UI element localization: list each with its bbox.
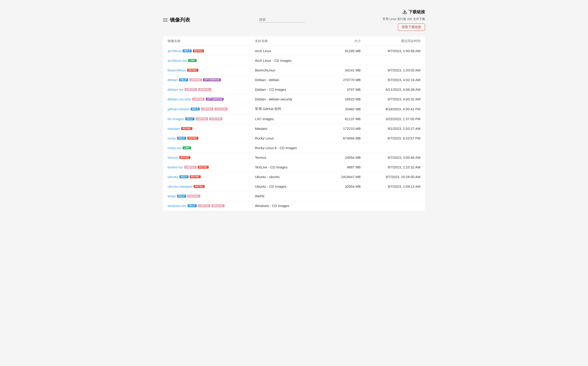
mirror-name-cell: windows-isoHELPLIMITEDMANUAL	[168, 204, 255, 208]
friendly-name: LXC images	[255, 117, 324, 121]
mirror-name-cell: debian-isoLIMITEDMANUAL	[168, 88, 255, 92]
mirror-link[interactable]: ubuntu	[168, 175, 178, 179]
table-row: archlinux-isoLINKArch Linux - CD Images	[163, 56, 425, 66]
time-value: 9/7/2023, 4:00:32 AM	[361, 97, 420, 101]
mirror-link[interactable]: termux	[168, 156, 178, 160]
badge-rsync: RSYNC	[193, 185, 205, 188]
table-row: ubuntu-releasesRSYNCUbuntu - CD Images32…	[163, 182, 425, 191]
time-value: 9/7/2023, 10:28:00 AM	[361, 175, 420, 179]
time-value: 9/7/2023, 1:00:58 AM	[361, 49, 420, 53]
mirror-name-cell: lxc-imagesHELPLIMITEDCUSTOM	[168, 117, 255, 121]
badge-help: HELP	[179, 78, 188, 81]
badge-manual: MANUAL	[211, 204, 224, 207]
mirror-link[interactable]: rocky-iso	[168, 146, 181, 150]
badge-limited: LIMITED	[184, 166, 197, 169]
download-desc: 常用 Linux 发行版 ISO 文件下载	[382, 17, 425, 21]
friendly-name: Ubuntu - CD Images	[255, 184, 324, 188]
mirror-link[interactable]: debian-iso	[168, 88, 183, 92]
size-value: 2418447 MB	[324, 175, 361, 179]
mirror-link[interactable]: wepe	[168, 194, 176, 198]
menu-icon[interactable]	[163, 18, 168, 22]
mirror-name-cell: github-releaseHELPLIMITEDCUSTOM	[168, 107, 255, 111]
page-title: 镜像列表	[170, 16, 190, 23]
badge-rsync: RSYNC	[179, 156, 191, 159]
size-value: 91185 MB	[324, 49, 361, 53]
friendly-name: Debian - CD Images	[255, 88, 324, 92]
search-input[interactable]	[259, 18, 296, 21]
size-value: 270770 MB	[324, 78, 361, 82]
table-header: 镜像名称 友好名称 大小 最近同步时间	[163, 36, 425, 46]
size-value: 81137 MB	[324, 117, 361, 121]
friendly-name: TeXLive - CD Images	[255, 165, 324, 169]
size-value: 32054 MB	[324, 184, 361, 188]
badge-rsync: RSYNC	[190, 175, 201, 178]
get-link-button[interactable]: 获取下载链接	[398, 23, 425, 31]
mirror-link[interactable]: archlinux	[168, 49, 181, 53]
mirror-link[interactable]: bioarchlinux	[168, 68, 186, 72]
friendly-name: BioArchLinux	[255, 68, 324, 72]
mirror-name-cell: bioarchlinuxRSYNC	[168, 68, 255, 72]
col-time: 最近同步时间	[361, 39, 420, 43]
mirror-name-cell: debian-securityLIMITEDAPT-MIRROR	[168, 97, 255, 101]
mirror-name-cell: manjaroRSYNC	[168, 127, 255, 130]
badge-help: HELP	[179, 175, 188, 178]
badge-manual: MANUAL	[187, 195, 201, 198]
size-value: 4887 MB	[324, 165, 361, 169]
table-row: texlive-isoLIMITEDRSYNCTeXLive - CD Imag…	[163, 162, 425, 172]
mirror-link[interactable]: rocky	[168, 136, 176, 140]
mirror-link[interactable]: lxc-images	[168, 117, 184, 121]
friendly-name: Debian - debian-security	[255, 97, 324, 101]
mirror-link[interactable]: manjaro	[168, 127, 180, 130]
badge-apt-mirror: APT-MIRROR	[206, 98, 224, 101]
mirror-link[interactable]: github-release	[168, 107, 189, 111]
download-icon	[402, 10, 407, 14]
size-value: 16523 MB	[324, 97, 361, 101]
time-value: 9/7/2023, 3:00:48 AM	[361, 156, 420, 160]
mirror-link[interactable]: ubuntu-releases	[168, 184, 192, 188]
mirror-name-cell: ubuntu-releasesRSYNC	[168, 184, 255, 188]
time-value: 9/7/2023, 1:03:02 AM	[361, 68, 420, 72]
badge-help: HELP	[177, 195, 186, 198]
table-row: rocky-isoLINKRocky Linux 8 - CD Images	[163, 143, 425, 153]
friendly-name: 常用 GitHub 软件	[255, 107, 324, 111]
badge-limited: LIMITED	[189, 78, 202, 81]
badge-rsync: RSYNC	[193, 49, 204, 52]
download-title: 下载链接	[402, 9, 425, 15]
size-value: 24554 MB	[324, 156, 361, 160]
friendly-name: Windows - CD Images	[255, 204, 324, 208]
table-row: rockyHELPRSYNCRocky Linux674584 MB9/7/20…	[163, 133, 425, 143]
time-value: 9/7/2023, 2:09:13 AM	[361, 184, 420, 188]
size-value: 20482 MB	[324, 107, 361, 111]
badge-rsync: RSYNC	[181, 127, 192, 130]
mirror-name-cell: ubuntuHELPRSYNC	[168, 175, 255, 179]
mirror-link[interactable]: debian-security	[168, 97, 191, 101]
size-value: 3797 MB	[324, 88, 361, 92]
mirror-name-cell: rockyHELPRSYNC	[168, 136, 255, 140]
col-name: 镜像名称	[168, 39, 255, 43]
table-row: debian-securityLIMITEDAPT-MIRRORDebian -…	[163, 94, 425, 104]
table-row: debian-isoLIMITEDMANUALDebian - CD Image…	[163, 85, 425, 94]
badge-manual: MANUAL	[198, 88, 211, 91]
mirror-link[interactable]: windows-iso	[168, 204, 186, 208]
col-friendly: 友好名称	[255, 39, 324, 43]
mirror-link[interactable]: archlinux-iso	[168, 59, 187, 62]
mirror-link[interactable]: debian	[168, 78, 178, 82]
time-value: 9/7/2023, 9:33:57 PM	[361, 136, 420, 140]
badge-limited: LIMITED	[192, 98, 205, 101]
friendly-name: Rocky Linux	[255, 136, 324, 140]
badge-limited: LIMITED	[198, 204, 210, 207]
badge-limited: LIMITED	[201, 107, 213, 111]
mirror-link[interactable]: texlive-iso	[168, 165, 183, 169]
friendly-name: Arch Linux - CD Images	[255, 59, 324, 62]
table-row: lxc-imagesHELPLIMITEDCUSTOMLXC images811…	[163, 114, 425, 124]
badge-link: LINK	[188, 59, 197, 62]
friendly-name: Manjaro	[255, 127, 324, 130]
table-row: manjaroRSYNCManjaro172210 MB9/1/2023, 2:…	[163, 124, 425, 133]
time-value: 9/7/2023, 4:02:24 AM	[361, 78, 420, 82]
badge-help: HELP	[188, 204, 197, 207]
badge-custom: CUSTOM	[209, 117, 222, 120]
search-box	[259, 18, 305, 23]
mirror-name-cell: rocky-isoLINK	[168, 146, 255, 150]
table-row: github-releaseHELPLIMITEDCUSTOM常用 GitHub…	[163, 104, 425, 114]
table-row: debianHELPLIMITEDAPT-MIRRORDebian - debi…	[163, 75, 425, 85]
